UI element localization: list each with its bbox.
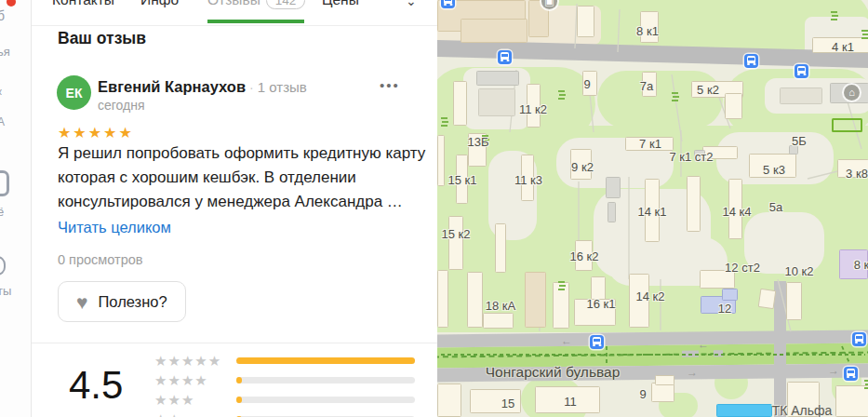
map-building-label: 13Б (468, 135, 489, 149)
bus-stop-icon[interactable] (498, 50, 512, 64)
rating-bar-track (236, 357, 415, 364)
more-menu-icon[interactable]: ••• (380, 77, 400, 93)
map-building-label: 5а (769, 200, 782, 214)
map-building-label: 3 к8 (846, 167, 868, 181)
bus-glyph (747, 56, 755, 63)
sidebar-icon-fragment (0, 170, 9, 196)
reviews-count-badge: 142 (266, 0, 306, 9)
road-direction-arrow: ← (561, 335, 572, 346)
tab-bar: ⌄ КонтактыИнфоОтзывы142Цены (32, 0, 437, 26)
gray-stars: ★★★★ (154, 373, 236, 387)
bus-stop-icon[interactable] (844, 367, 858, 381)
review-text: Я решил попробовать оформить кредитную к… (58, 141, 428, 214)
sidebar-label-fragment: А (0, 115, 5, 128)
map-building (467, 272, 483, 328)
sidebar-label-fragment: ты (0, 284, 11, 298)
lodging-icon[interactable]: ⌂ (844, 85, 860, 101)
poi-name-label: ТК Альфа (772, 403, 833, 417)
helpful-label: Полезно? (98, 293, 167, 311)
notification-dot-icon (7, 0, 16, 7)
map-building (835, 385, 868, 417)
map-building-label: 8 к (854, 258, 868, 272)
map-building (651, 383, 674, 402)
map-building-label: 5Б (792, 134, 807, 148)
tab-Отзывы[interactable]: Отзывы142 (207, 0, 305, 9)
read-more-link[interactable]: Читать целиком (58, 219, 171, 236)
map-building-label: 14 к4 (723, 205, 752, 219)
map-building (495, 223, 506, 273)
map-building (437, 383, 461, 417)
yandex-maps-app: бьякАёты ⌄ КонтактыИнфоОтзывы142Цены Ваш… (0, 0, 868, 417)
map-building (725, 93, 742, 119)
trees-icon (558, 90, 565, 92)
map-building-label: 14 к2 (636, 289, 665, 303)
rating-bar-fill (236, 357, 415, 364)
road-direction-arrow: ← (698, 339, 709, 350)
map-building (476, 71, 519, 86)
map-building-label: 11 (564, 395, 577, 409)
gray-stars: ★★★ (154, 393, 236, 407)
map-building (758, 289, 777, 309)
sidebar-icon-fragment (0, 256, 6, 276)
map-building (780, 87, 822, 104)
sidebar-label-fragment: ё (0, 205, 4, 219)
chevron-down-icon[interactable]: ⌄ (406, 0, 417, 8)
map-building (525, 272, 546, 328)
sidebar-label-fragment: к (0, 86, 2, 97)
map-building-label: 11 к3 (514, 173, 542, 187)
sidebar-label-fragment: ья (0, 45, 10, 59)
trees-icon (558, 281, 565, 283)
map-building-label: 9 к2 (571, 160, 594, 174)
map-building-label: 5 к2 (697, 83, 719, 97)
map-building-label: 10 к2 (785, 264, 814, 278)
review-stars: ★★★★★ (58, 124, 134, 141)
rating-bar-track (236, 397, 415, 403)
tab-Инфо[interactable]: Инфо (140, 0, 179, 8)
bus-stop-icon[interactable] (744, 54, 758, 68)
map-building (832, 118, 862, 132)
map-building-label: 7 к1 (639, 137, 661, 151)
map-building (786, 282, 802, 320)
map-building-label: 9 (583, 77, 590, 91)
street-name-label: Чонгарский бульвар (486, 364, 621, 381)
rating-bar-fill (236, 377, 242, 383)
map-building-label: 15 к2 (442, 227, 471, 241)
map-building-label: 16 к2 (570, 249, 599, 263)
gray-stars: ★★ (154, 412, 236, 417)
avatar[interactable]: ЕК (57, 75, 91, 110)
rating-bar-track (236, 377, 415, 383)
bus-glyph (847, 369, 855, 376)
tab-Контакты[interactable]: Контакты (52, 0, 114, 8)
map-building-label: 16 к1 (587, 297, 616, 311)
bus-glyph (501, 52, 509, 60)
bus-stop-icon[interactable] (795, 64, 808, 78)
left-sidebar: бьякАёты (0, 0, 32, 417)
review-count: 1 отзыв (258, 79, 307, 95)
helpful-button[interactable]: ♥ Полезно? (58, 281, 186, 322)
map-building (655, 375, 674, 385)
bus-stop-icon[interactable] (590, 335, 604, 349)
trees-icon (861, 30, 868, 32)
page-title: Ваш отзыв (58, 29, 146, 48)
gray-stars: ★★★★★ (154, 354, 236, 368)
map-building-label: 7 к1 ст2 (669, 150, 713, 164)
map-building-label: 15 к1 (448, 173, 477, 187)
map-building-label: 5 к3 (763, 163, 785, 177)
tab-Цены[interactable]: Цены (322, 0, 359, 8)
map-building (448, 216, 463, 270)
bus-glyph (593, 337, 601, 344)
section-divider (32, 343, 437, 343)
map-building-label: 15 (501, 397, 514, 410)
author-name[interactable]: Евгений Карнаухов (98, 78, 246, 95)
map-building (687, 176, 701, 232)
map-building (716, 404, 772, 417)
trees-icon (864, 380, 868, 382)
bus-stop-icon[interactable] (441, 0, 455, 8)
rating-distribution: ★★★★★★★★★★★★★★ (154, 351, 415, 417)
map[interactable]: Чонгарский бульвар ТК Альфа 8 к14 к197а5… (437, 0, 868, 417)
map-building-label: 8 к1 (636, 24, 659, 38)
bus-stop-icon[interactable] (852, 332, 866, 346)
map-building-label: 12 (718, 302, 731, 316)
trees-icon (831, 11, 837, 13)
bus-glyph (855, 334, 863, 342)
